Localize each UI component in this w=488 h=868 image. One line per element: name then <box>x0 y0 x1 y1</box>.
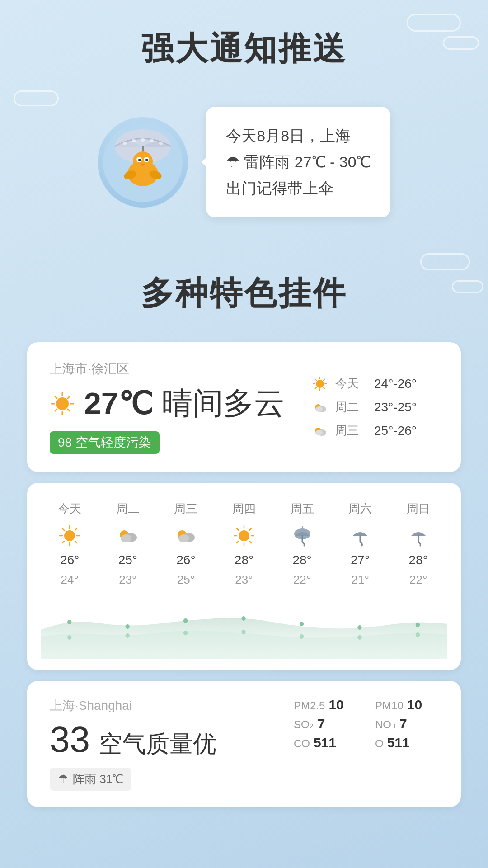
svg-point-51 <box>121 534 131 542</box>
svg-line-48 <box>62 541 64 543</box>
svg-line-32 <box>324 379 325 380</box>
speech-bubble: 今天8月8日，上海 ☂ 雷阵雨 27℃ - 30℃ 出门记得带上伞 <box>206 107 390 217</box>
day-col-4: 周五 28° 22° <box>273 501 331 587</box>
aqi-score: 33 <box>50 719 90 760</box>
cloud-deco-3 <box>14 90 59 106</box>
city-name: 上海市·徐汇区 <box>50 360 312 377</box>
weekly-partly-cloudy-icon-2 <box>174 524 197 547</box>
day-col-2: 周三 26° 25° <box>157 501 215 587</box>
svg-point-40 <box>64 530 75 541</box>
svg-line-21 <box>55 396 57 398</box>
svg-point-69 <box>126 624 130 629</box>
svg-point-71 <box>241 616 245 621</box>
day-col-3: 周四 28° <box>215 501 273 587</box>
svg-line-60 <box>237 528 239 530</box>
svg-point-2 <box>123 142 127 145</box>
weekly-rain-icon-4 <box>291 524 314 547</box>
svg-line-62 <box>249 528 251 530</box>
svg-point-79 <box>300 634 304 639</box>
weekly-sun-icon-0 <box>58 524 81 547</box>
weekly-sun-icon-3 <box>232 524 256 547</box>
svg-point-76 <box>126 633 130 638</box>
svg-point-70 <box>183 618 188 623</box>
day-col-6: 周日 28° 22° <box>389 501 447 587</box>
aqi-metric-1: PM10 10 <box>375 697 438 712</box>
mascot-svg <box>102 122 183 203</box>
svg-line-22 <box>68 409 70 411</box>
aqi-metric-2: SO₂ 7 <box>294 716 357 731</box>
cloud-deco-1 <box>407 14 461 32</box>
weather-desc: 晴间多云 <box>162 383 285 424</box>
aqi-quality: 空气质量优 <box>99 728 216 760</box>
cloud-deco-4 <box>420 253 470 270</box>
svg-point-13 <box>145 159 148 161</box>
weekly-partly-cloudy-icon-1 <box>116 524 140 547</box>
forecast-sun-icon <box>312 376 328 392</box>
svg-point-5 <box>150 139 154 142</box>
svg-line-61 <box>249 541 251 543</box>
aqi-score-row: 33 空气质量优 <box>50 719 294 760</box>
svg-point-81 <box>416 632 420 637</box>
aqi-metric-5: O 511 <box>375 735 438 750</box>
bubble-line-3: 出门记得带上伞 <box>226 175 370 202</box>
weekly-rain-icon-6 <box>407 524 430 547</box>
aqi-metric-4: CO 511 <box>294 735 357 750</box>
svg-line-23 <box>68 396 70 398</box>
svg-point-12 <box>138 159 141 161</box>
svg-line-46 <box>75 541 77 543</box>
weather-temp: 27℃ <box>84 386 153 421</box>
temp-row: 27℃ 晴间多云 <box>50 383 312 424</box>
weather-card-main: 上海市·徐汇区 <box>27 342 461 472</box>
svg-point-77 <box>183 631 188 635</box>
notification-section: 今天8月8日，上海 ☂ 雷阵雨 27℃ - 30℃ 出门记得带上伞 <box>0 89 488 245</box>
forecast-row-1: 周二 23°-25° <box>312 399 438 415</box>
svg-point-78 <box>241 630 245 634</box>
weather-left: 上海市·徐汇区 <box>50 360 312 454</box>
weekly-grid: 今天 26° <box>41 501 447 587</box>
svg-point-9 <box>133 151 153 171</box>
wave-chart <box>41 605 447 659</box>
svg-point-16 <box>56 397 69 410</box>
svg-point-6 <box>159 142 163 145</box>
aqi-metrics: PM2.5 10 PM10 10 SO₂ 7 NO₃ 7 CO 511 <box>294 697 438 750</box>
aqi-left: 上海·Shanghai 33 空气质量优 ☂ 阵雨 31℃ <box>50 697 294 791</box>
forecast-partly-cloudy-icon-1 <box>312 399 328 415</box>
widget-title: 多种特色挂件 <box>0 245 488 333</box>
svg-line-30 <box>315 379 317 380</box>
cloud-deco-5 <box>452 280 483 293</box>
day-col-5: 周六 27° 21° <box>331 501 389 587</box>
day-col-0: 今天 26° <box>41 501 99 587</box>
svg-line-63 <box>237 541 239 543</box>
weekly-rain-icon-5 <box>348 524 372 547</box>
aqi-city: 上海·Shanghai <box>50 697 294 714</box>
svg-point-25 <box>316 380 324 388</box>
svg-point-80 <box>357 635 361 640</box>
svg-point-3 <box>132 139 136 142</box>
mascot-avatar <box>98 117 188 208</box>
forecast-row-2: 周三 25°-26° <box>312 423 438 439</box>
bubble-line-2: ☂ 雷阵雨 27℃ - 30℃ <box>226 149 370 175</box>
svg-point-36 <box>315 406 323 412</box>
forecast-partly-cloudy-icon-2 <box>312 423 328 439</box>
svg-point-75 <box>67 635 71 640</box>
aqi-metric-0: PM2.5 10 <box>294 697 357 712</box>
svg-point-55 <box>239 530 249 541</box>
svg-point-72 <box>300 622 304 626</box>
sun-icon-large <box>50 391 75 416</box>
svg-point-68 <box>67 620 71 624</box>
svg-point-74 <box>416 623 420 627</box>
day-col-1: 周二 25° 23° <box>99 501 157 587</box>
svg-line-33 <box>315 387 317 388</box>
svg-point-39 <box>315 430 323 435</box>
aqi-card: 上海·Shanghai 33 空气质量优 ☂ 阵雨 31℃ PM2.5 10 P… <box>27 681 461 807</box>
svg-point-54 <box>178 534 189 542</box>
aqi-metric-3: NO₃ 7 <box>375 716 438 731</box>
bubble-line-1: 今天8月8日，上海 <box>226 123 370 149</box>
weather-right: 今天 24°-26° 周二 23°-25° <box>312 376 438 439</box>
svg-line-47 <box>75 528 77 530</box>
svg-line-24 <box>55 409 57 411</box>
weather-tag: ☂ 阵雨 31℃ <box>50 768 131 791</box>
svg-point-4 <box>141 138 145 142</box>
forecast-row-0: 今天 24°-26° <box>312 376 438 392</box>
aqi-badge: 98 空气轻度污染 <box>50 431 160 454</box>
